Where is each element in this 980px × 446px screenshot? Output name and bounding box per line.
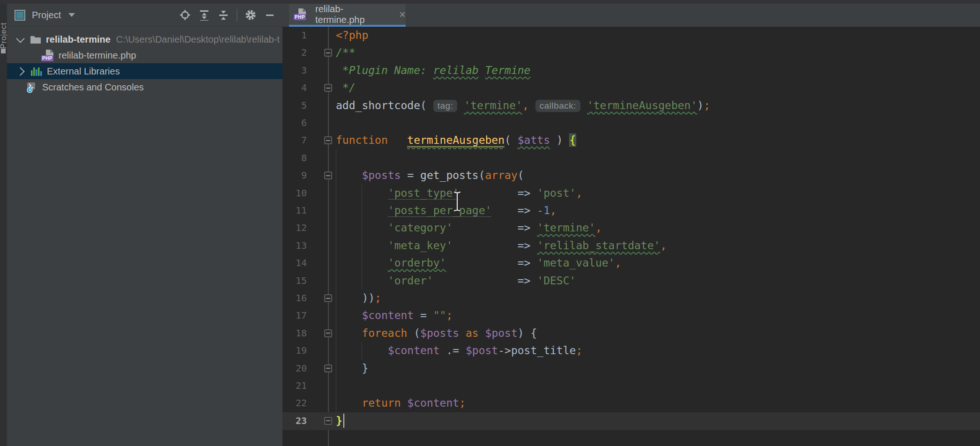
locate-file-button[interactable] [179,9,191,21]
code-editor[interactable]: 1<?php2/**3 *Plugin Name: relilab Termin… [282,27,980,446]
hide-panel-button[interactable] [264,9,276,21]
line-number[interactable]: 2 [282,44,307,61]
tool-window-stripe: Project [0,4,7,446]
tab-relilab-termine-php[interactable]: PHP relilab-termine.php × [289,4,406,25]
fold-marker-end[interactable] [324,294,332,302]
code-text: return $content; [336,394,466,412]
code-text: 'category' => 'termine', [336,219,602,237]
code-text: 'meta_key' => 'relilab_startdate', [336,237,667,254]
tab-label: relilab-termine.php [315,4,393,25]
fold-marker-end[interactable] [324,84,332,92]
tree-item-php-file[interactable]: PHP relilab-termine.php [7,47,282,63]
line-number[interactable]: 21 [282,377,307,394]
code-line-20[interactable]: 20 } [282,360,980,378]
line-number[interactable]: 9 [282,167,307,184]
code-line-16[interactable]: 16 )); [282,290,980,307]
fold-marker-start[interactable] [324,49,332,57]
chevron-down-icon[interactable] [16,34,24,43]
code-line-7[interactable]: 7function termineAusgeben( $atts ) { [282,132,980,149]
chevron-down-icon[interactable] [68,13,75,17]
code-line-13[interactable]: 13 'meta_key' => 'relilab_startdate', [282,237,980,255]
close-tab-icon[interactable]: × [399,10,406,19]
line-number[interactable]: 15 [282,272,307,290]
code-text: */ [336,79,356,97]
folder-icon [30,35,41,44]
code-line-22[interactable]: 22 return $content; [282,394,980,412]
code-line-2[interactable]: 2/** [282,44,980,62]
line-number[interactable]: 23 [282,412,307,430]
scratches-icon [26,82,37,93]
code-text: } [336,412,342,430]
line-number[interactable]: 16 [282,290,307,307]
line-number[interactable]: 13 [282,237,307,254]
fold-marker-end[interactable] [324,417,332,425]
line-number[interactable]: 22 [282,394,307,412]
external-libraries-icon [30,66,42,76]
project-panel-title[interactable]: Project [32,10,61,21]
php-file-icon: PHP [41,50,54,61]
code-text: 'posts_per_page' => -1, [336,202,557,219]
fold-marker-start[interactable] [324,136,332,144]
code-line-9[interactable]: 9 $posts = get_posts(array( [282,167,980,185]
code-line-18[interactable]: 18 foreach ($posts as $post) { [282,325,980,342]
line-number[interactable]: 1 [282,27,307,44]
php-file-icon: PHP [294,8,306,20]
line-number[interactable]: 6 [282,114,307,132]
parameter-hint: tag: [433,100,458,112]
code-text: 'order' => 'DESC' [336,272,576,290]
code-line-15[interactable]: 15 'order' => 'DESC' [282,272,980,290]
line-number[interactable]: 18 [282,325,307,342]
tree-item-label: relilab-termine [46,34,111,45]
code-line-1[interactable]: 1<?php [282,27,980,45]
code-text: } [336,360,368,377]
tree-item-external-libraries[interactable]: External Libraries [7,63,282,79]
code-line-5[interactable]: 5add_shortcode( tag: 'termine', callback… [282,97,980,115]
project-panel-toolbar [179,4,276,26]
code-text: add_shortcode( tag: 'termine', callback:… [336,97,710,114]
line-number[interactable]: 20 [282,360,307,377]
tree-item-project-root[interactable]: relilab-termine C:\Users\Daniel\Desktop\… [7,31,282,47]
code-line-4[interactable]: 4 */ [282,79,980,97]
code-text: $content .= $post->post_title; [336,342,582,359]
parameter-hint: callback: [535,100,580,112]
code-line-21[interactable]: 21 [282,377,980,395]
fold-marker-end[interactable] [324,364,332,372]
code-line-14[interactable]: 14 'orderby' => 'meta_value', [282,254,980,272]
code-line-19[interactable]: 19 $content .= $post->post_title; [282,342,980,360]
phpstorm-window: { "stripe": { "label": "Project" }, "sid… [0,0,980,446]
fold-marker-start[interactable] [324,171,332,179]
code-line-11[interactable]: 11 'posts_per_page' => -1, [282,202,980,220]
line-number[interactable]: 3 [282,62,307,79]
code-line-3[interactable]: 3 *Plugin Name: relilab Termine [282,62,980,80]
code-line-23[interactable]: 23} [282,412,980,430]
expand-all-button[interactable] [198,9,210,21]
code-text: $content = ""; [336,307,453,324]
editor-tab-bar: PHP relilab-termine.php × [282,4,980,27]
line-number[interactable]: 14 [282,254,307,272]
code-line-17[interactable]: 17 $content = ""; [282,307,980,325]
project-tool-window-icon [15,10,25,21]
code-text: <?php [336,27,368,44]
project-panel-header: Project [7,4,282,27]
mouse-ibeam-cursor [452,191,462,212]
line-number[interactable]: 19 [282,342,307,359]
chevron-right-icon[interactable] [16,67,24,75]
code-line-8[interactable]: 8 [282,149,980,167]
line-number[interactable]: 17 [282,307,307,324]
tree-item-label: External Libraries [47,66,120,77]
tree-item-scratches[interactable]: Scratches and Consoles [7,79,282,95]
line-number[interactable]: 4 [282,79,307,97]
code-line-12[interactable]: 12 'category' => 'termine', [282,219,980,237]
line-number[interactable]: 7 [282,132,307,149]
line-number[interactable]: 11 [282,202,307,219]
code-line-10[interactable]: 10 'post_type' => 'post', [282,185,980,202]
line-number[interactable]: 8 [282,149,307,167]
code-line-6[interactable]: 6 [282,114,980,132]
fold-marker-start[interactable] [324,329,332,337]
stripe-tool-icon[interactable] [1,49,6,53]
collapse-all-button[interactable] [217,9,230,21]
line-number[interactable]: 10 [282,185,307,202]
settings-gear-button[interactable] [245,9,257,21]
line-number[interactable]: 12 [282,219,307,237]
line-number[interactable]: 5 [282,97,307,114]
